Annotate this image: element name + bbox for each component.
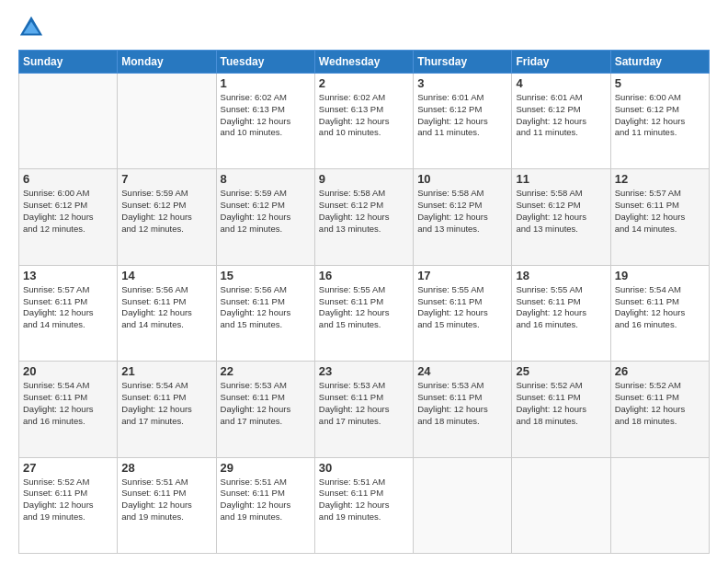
calendar-cell (19, 74, 118, 169)
calendar-cell: 8Sunrise: 5:59 AM Sunset: 6:12 PM Daylig… (216, 169, 314, 265)
day-info: Sunrise: 5:59 AM Sunset: 6:12 PM Dayligh… (121, 188, 211, 235)
day-number: 5 (615, 76, 705, 90)
weekday-header-sunday: Sunday (19, 51, 118, 74)
week-row-3: 13Sunrise: 5:57 AM Sunset: 6:11 PM Dayli… (19, 265, 710, 361)
weekday-header-saturday: Saturday (610, 51, 709, 74)
day-number: 14 (121, 269, 211, 282)
calendar-cell: 12Sunrise: 5:57 AM Sunset: 6:11 PM Dayli… (610, 169, 709, 265)
day-info: Sunrise: 6:01 AM Sunset: 6:12 PM Dayligh… (417, 92, 507, 139)
day-info: Sunrise: 5:53 AM Sunset: 6:11 PM Dayligh… (319, 380, 409, 427)
calendar-cell: 27Sunrise: 5:52 AM Sunset: 6:11 PM Dayli… (19, 457, 118, 553)
calendar-cell: 25Sunrise: 5:52 AM Sunset: 6:11 PM Dayli… (512, 362, 610, 457)
day-number: 4 (516, 76, 606, 90)
day-info: Sunrise: 5:58 AM Sunset: 6:12 PM Dayligh… (319, 188, 409, 235)
day-number: 1 (221, 76, 311, 90)
calendar-cell: 5Sunrise: 6:00 AM Sunset: 6:12 PM Daylig… (610, 74, 709, 169)
calendar-cell (512, 457, 610, 553)
day-number: 19 (615, 269, 705, 282)
day-info: Sunrise: 5:55 AM Sunset: 6:11 PM Dayligh… (516, 284, 606, 331)
calendar-cell: 3Sunrise: 6:01 AM Sunset: 6:12 PM Daylig… (414, 74, 512, 169)
day-info: Sunrise: 5:55 AM Sunset: 6:11 PM Dayligh… (319, 284, 409, 331)
week-row-2: 6Sunrise: 6:00 AM Sunset: 6:12 PM Daylig… (19, 169, 710, 265)
day-info: Sunrise: 5:56 AM Sunset: 6:11 PM Dayligh… (121, 284, 211, 331)
day-info: Sunrise: 5:59 AM Sunset: 6:12 PM Dayligh… (221, 188, 311, 235)
calendar-cell (118, 74, 216, 169)
day-info: Sunrise: 6:01 AM Sunset: 6:12 PM Dayligh… (516, 92, 606, 139)
day-number: 25 (516, 364, 606, 378)
day-number: 23 (319, 364, 409, 378)
day-number: 20 (23, 364, 113, 378)
day-number: 11 (516, 172, 606, 186)
calendar-cell: 26Sunrise: 5:52 AM Sunset: 6:11 PM Dayli… (610, 362, 709, 457)
weekday-header-tuesday: Tuesday (216, 51, 314, 74)
day-number: 12 (615, 172, 705, 186)
day-number: 3 (417, 76, 507, 90)
day-number: 24 (417, 364, 507, 378)
header (18, 15, 710, 40)
calendar-cell: 22Sunrise: 5:53 AM Sunset: 6:11 PM Dayli… (216, 362, 314, 457)
day-number: 8 (221, 172, 311, 186)
day-info: Sunrise: 5:54 AM Sunset: 6:11 PM Dayligh… (23, 380, 113, 427)
calendar-cell: 20Sunrise: 5:54 AM Sunset: 6:11 PM Dayli… (19, 362, 118, 457)
calendar-cell (414, 457, 512, 553)
calendar-cell: 1Sunrise: 6:02 AM Sunset: 6:13 PM Daylig… (216, 74, 314, 169)
day-info: Sunrise: 5:52 AM Sunset: 6:11 PM Dayligh… (516, 380, 606, 427)
page: SundayMondayTuesdayWednesdayThursdayFrid… (0, 0, 728, 563)
day-number: 6 (23, 172, 113, 186)
day-number: 2 (319, 76, 409, 90)
calendar-cell: 24Sunrise: 5:53 AM Sunset: 6:11 PM Dayli… (414, 362, 512, 457)
calendar-cell: 17Sunrise: 5:55 AM Sunset: 6:11 PM Dayli… (414, 265, 512, 361)
day-info: Sunrise: 5:57 AM Sunset: 6:11 PM Dayligh… (23, 284, 113, 331)
weekday-header-friday: Friday (512, 51, 610, 74)
calendar-cell (610, 457, 709, 553)
day-number: 13 (23, 269, 113, 282)
day-number: 18 (516, 269, 606, 282)
logo-icon (18, 15, 44, 40)
calendar-cell: 23Sunrise: 5:53 AM Sunset: 6:11 PM Dayli… (314, 362, 413, 457)
calendar-cell: 14Sunrise: 5:56 AM Sunset: 6:11 PM Dayli… (118, 265, 216, 361)
calendar-cell: 11Sunrise: 5:58 AM Sunset: 6:12 PM Dayli… (512, 169, 610, 265)
day-number: 27 (23, 461, 113, 475)
calendar-cell: 21Sunrise: 5:54 AM Sunset: 6:11 PM Dayli… (118, 362, 216, 457)
day-info: Sunrise: 5:54 AM Sunset: 6:11 PM Dayligh… (615, 284, 705, 331)
calendar-cell: 19Sunrise: 5:54 AM Sunset: 6:11 PM Dayli… (610, 265, 709, 361)
day-number: 9 (319, 172, 409, 186)
day-number: 21 (121, 364, 211, 378)
calendar-cell: 29Sunrise: 5:51 AM Sunset: 6:11 PM Dayli… (216, 457, 314, 553)
day-info: Sunrise: 5:53 AM Sunset: 6:11 PM Dayligh… (221, 380, 311, 427)
day-info: Sunrise: 5:58 AM Sunset: 6:12 PM Dayligh… (516, 188, 606, 235)
calendar-cell: 16Sunrise: 5:55 AM Sunset: 6:11 PM Dayli… (314, 265, 413, 361)
weekday-header-row: SundayMondayTuesdayWednesdayThursdayFrid… (19, 51, 710, 74)
day-number: 29 (221, 461, 311, 475)
weekday-header-wednesday: Wednesday (314, 51, 413, 74)
day-number: 10 (417, 172, 507, 186)
calendar-cell: 13Sunrise: 5:57 AM Sunset: 6:11 PM Dayli… (19, 265, 118, 361)
day-info: Sunrise: 5:58 AM Sunset: 6:12 PM Dayligh… (417, 188, 507, 235)
day-info: Sunrise: 5:53 AM Sunset: 6:11 PM Dayligh… (417, 380, 507, 427)
day-info: Sunrise: 6:02 AM Sunset: 6:13 PM Dayligh… (319, 92, 409, 139)
calendar-cell: 10Sunrise: 5:58 AM Sunset: 6:12 PM Dayli… (414, 169, 512, 265)
day-number: 15 (221, 269, 311, 282)
day-number: 28 (121, 461, 211, 475)
weekday-header-monday: Monday (118, 51, 216, 74)
day-info: Sunrise: 6:02 AM Sunset: 6:13 PM Dayligh… (221, 92, 311, 139)
calendar-table: SundayMondayTuesdayWednesdayThursdayFrid… (18, 50, 710, 554)
logo (18, 15, 48, 40)
day-number: 16 (319, 269, 409, 282)
calendar-cell: 4Sunrise: 6:01 AM Sunset: 6:12 PM Daylig… (512, 74, 610, 169)
day-info: Sunrise: 5:57 AM Sunset: 6:11 PM Dayligh… (615, 188, 705, 235)
day-info: Sunrise: 5:55 AM Sunset: 6:11 PM Dayligh… (417, 284, 507, 331)
calendar-cell: 2Sunrise: 6:02 AM Sunset: 6:13 PM Daylig… (314, 74, 413, 169)
day-info: Sunrise: 5:51 AM Sunset: 6:11 PM Dayligh… (221, 477, 311, 523)
calendar-cell: 7Sunrise: 5:59 AM Sunset: 6:12 PM Daylig… (118, 169, 216, 265)
day-info: Sunrise: 5:52 AM Sunset: 6:11 PM Dayligh… (615, 380, 705, 427)
day-info: Sunrise: 5:51 AM Sunset: 6:11 PM Dayligh… (121, 477, 211, 523)
day-info: Sunrise: 6:00 AM Sunset: 6:12 PM Dayligh… (23, 188, 113, 235)
day-info: Sunrise: 6:00 AM Sunset: 6:12 PM Dayligh… (615, 92, 705, 139)
day-info: Sunrise: 5:56 AM Sunset: 6:11 PM Dayligh… (221, 284, 311, 331)
calendar-cell: 28Sunrise: 5:51 AM Sunset: 6:11 PM Dayli… (118, 457, 216, 553)
day-info: Sunrise: 5:51 AM Sunset: 6:11 PM Dayligh… (319, 477, 409, 523)
week-row-1: 1Sunrise: 6:02 AM Sunset: 6:13 PM Daylig… (19, 74, 710, 169)
week-row-4: 20Sunrise: 5:54 AM Sunset: 6:11 PM Dayli… (19, 362, 710, 457)
calendar-cell: 15Sunrise: 5:56 AM Sunset: 6:11 PM Dayli… (216, 265, 314, 361)
